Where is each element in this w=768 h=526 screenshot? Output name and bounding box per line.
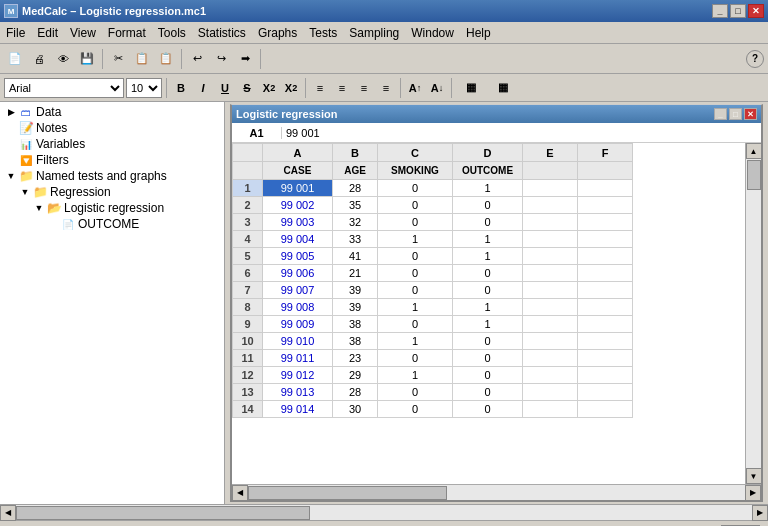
cell-B-13[interactable]: 28 [333, 384, 378, 401]
cell-B-7[interactable]: 39 [333, 282, 378, 299]
cell-A-14[interactable]: 99 014 [263, 401, 333, 418]
cut-button[interactable]: ✂ [107, 48, 129, 70]
cell-C-8[interactable]: 1 [378, 299, 453, 316]
cell-D-9[interactable]: 1 [453, 316, 523, 333]
maximize-button[interactable]: □ [730, 4, 746, 18]
tree-outcome[interactable]: 📄 OUTCOME [2, 216, 222, 232]
cell-E-1[interactable] [523, 180, 578, 197]
vertical-scrollbar[interactable]: ▲ ▼ [745, 143, 761, 484]
menu-graphs[interactable]: Graphs [252, 24, 303, 42]
col-header-A[interactable]: A [263, 144, 333, 162]
font-size-select[interactable]: 10 [126, 78, 162, 98]
format-extra2[interactable]: ▦ [488, 78, 518, 98]
main-h-scrollbar[interactable]: ◀ ▶ [0, 504, 768, 520]
cell-F-3[interactable] [578, 214, 633, 231]
menu-tests[interactable]: Tests [303, 24, 343, 42]
undo-button[interactable]: ↩ [186, 48, 208, 70]
cell-C-3[interactable]: 0 [378, 214, 453, 231]
scroll-down-button[interactable]: ▼ [746, 468, 762, 484]
cell-F-2[interactable] [578, 197, 633, 214]
cell-E-12[interactable] [523, 367, 578, 384]
cell-C-12[interactable]: 1 [378, 367, 453, 384]
cell-C-4[interactable]: 1 [378, 231, 453, 248]
menu-file[interactable]: File [0, 24, 31, 42]
cell-B-12[interactable]: 29 [333, 367, 378, 384]
col-header-F[interactable]: F [578, 144, 633, 162]
cell-A-9[interactable]: 99 009 [263, 316, 333, 333]
print-button[interactable]: 🖨 [28, 48, 50, 70]
main-scroll-left[interactable]: ◀ [0, 505, 16, 521]
justify-button[interactable]: ≡ [376, 78, 396, 98]
cell-E-4[interactable] [523, 231, 578, 248]
cell-E-8[interactable] [523, 299, 578, 316]
cell-D-8[interactable]: 1 [453, 299, 523, 316]
cell-D-6[interactable]: 0 [453, 265, 523, 282]
italic-button[interactable]: I [193, 78, 213, 98]
cell-F-4[interactable] [578, 231, 633, 248]
cell-B-1[interactable]: 28 [333, 180, 378, 197]
grid-container[interactable]: A B C D E F CASE AGE SMOK [232, 143, 745, 484]
cell-D-7[interactable]: 0 [453, 282, 523, 299]
tree-data[interactable]: ▶ 🗃 Data [2, 104, 222, 120]
tree-regression[interactable]: ▼ 📁 Regression [2, 184, 222, 200]
cell-F-5[interactable] [578, 248, 633, 265]
menu-window[interactable]: Window [405, 24, 460, 42]
cell-B-9[interactable]: 38 [333, 316, 378, 333]
cell-C-6[interactable]: 0 [378, 265, 453, 282]
scroll-up-button[interactable]: ▲ [746, 143, 762, 159]
tree-variables[interactable]: 📊 Variables [2, 136, 222, 152]
cell-E-13[interactable] [523, 384, 578, 401]
cell-F-10[interactable] [578, 333, 633, 350]
help-button[interactable]: ? [746, 50, 764, 68]
cell-C-1[interactable]: 0 [378, 180, 453, 197]
cell-D-14[interactable]: 0 [453, 401, 523, 418]
cell-A-7[interactable]: 99 007 [263, 282, 333, 299]
cell-A-1[interactable]: 99 001 [263, 180, 333, 197]
tree-named-tests[interactable]: ▼ 📁 Named tests and graphs [2, 168, 222, 184]
cell-B-10[interactable]: 38 [333, 333, 378, 350]
cell-A-10[interactable]: 99 010 [263, 333, 333, 350]
menu-statistics[interactable]: Statistics [192, 24, 252, 42]
paste-button[interactable]: 📋 [155, 48, 177, 70]
cell-B-6[interactable]: 21 [333, 265, 378, 282]
cell-F-11[interactable] [578, 350, 633, 367]
cell-A-4[interactable]: 99 004 [263, 231, 333, 248]
col-header-C[interactable]: C [378, 144, 453, 162]
minimize-button[interactable]: _ [712, 4, 728, 18]
underline-button[interactable]: U [215, 78, 235, 98]
col-header-B[interactable]: B [333, 144, 378, 162]
cell-E-9[interactable] [523, 316, 578, 333]
new-button[interactable]: 📄 [4, 48, 26, 70]
cell-C-11[interactable]: 0 [378, 350, 453, 367]
cell-A-5[interactable]: 99 005 [263, 248, 333, 265]
cell-B-3[interactable]: 32 [333, 214, 378, 231]
menu-view[interactable]: View [64, 24, 102, 42]
cell-E-6[interactable] [523, 265, 578, 282]
cell-A-11[interactable]: 99 011 [263, 350, 333, 367]
cell-A-2[interactable]: 99 002 [263, 197, 333, 214]
cell-F-6[interactable] [578, 265, 633, 282]
menu-format[interactable]: Format [102, 24, 152, 42]
menu-sampling[interactable]: Sampling [343, 24, 405, 42]
tree-logistic-regression[interactable]: ▼ 📂 Logistic regression [2, 200, 222, 216]
cell-D-2[interactable]: 0 [453, 197, 523, 214]
forward-button[interactable]: ➡ [234, 48, 256, 70]
cell-B-5[interactable]: 41 [333, 248, 378, 265]
menu-edit[interactable]: Edit [31, 24, 64, 42]
cell-B-11[interactable]: 23 [333, 350, 378, 367]
copy-button[interactable]: 📋 [131, 48, 153, 70]
cell-D-11[interactable]: 0 [453, 350, 523, 367]
cell-D-3[interactable]: 0 [453, 214, 523, 231]
tree-notes[interactable]: 📝 Notes [2, 120, 222, 136]
cell-A-8[interactable]: 99 008 [263, 299, 333, 316]
col-header-E[interactable]: E [523, 144, 578, 162]
ss-close-button[interactable]: ✕ [744, 108, 757, 120]
superscript-button[interactable]: X2 [281, 78, 301, 98]
cell-F-12[interactable] [578, 367, 633, 384]
preview-button[interactable]: 👁 [52, 48, 74, 70]
align-left-button[interactable]: ≡ [310, 78, 330, 98]
font-grow-button[interactable]: A↑ [405, 78, 425, 98]
cell-F-9[interactable] [578, 316, 633, 333]
cell-C-2[interactable]: 0 [378, 197, 453, 214]
scroll-left-button[interactable]: ◀ [232, 485, 248, 501]
